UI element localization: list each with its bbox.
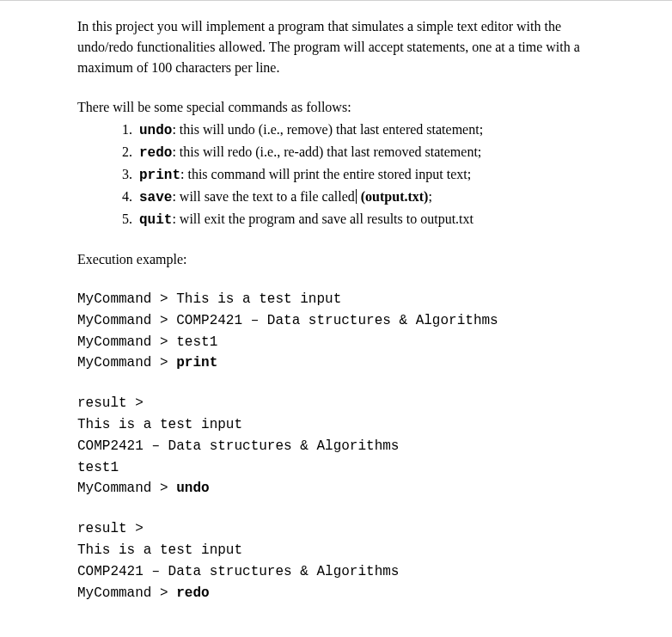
- execution-header: Execution example:: [77, 249, 655, 270]
- result-prompt: result >: [77, 521, 144, 536]
- commands-intro: There will be some special commands as f…: [77, 97, 655, 118]
- exec-prompt: MyCommand >: [77, 334, 176, 350]
- command-item-quit: quit: will exit the program and save all…: [136, 209, 655, 230]
- command-desc: : this will undo (i.e., remove) that las…: [172, 122, 483, 137]
- exec-line: This is a test input: [176, 291, 341, 307]
- result-line: COMP2421 – Data structures & Algorithms: [77, 438, 399, 454]
- command-desc: : will exit the program and save all res…: [172, 211, 473, 226]
- command-item-undo: undo: this will undo (i.e., remove) that…: [136, 119, 655, 141]
- exec-command: undo: [176, 481, 209, 496]
- command-desc: : this will redo (i.e., re-add) that las…: [172, 144, 481, 159]
- command-name: quit: [139, 212, 172, 228]
- exec-command: print: [176, 355, 217, 371]
- command-name: save: [139, 190, 172, 205]
- exec-line: test1: [176, 334, 217, 350]
- result-line: This is a test input: [77, 542, 242, 558]
- exec-block-1: MyCommand > This is a test input MyComma…: [77, 289, 655, 374]
- command-item-save: save: will save the text to a file calle…: [136, 187, 655, 208]
- commands-list: undo: this will undo (i.e., remove) that…: [77, 119, 655, 230]
- command-name: redo: [139, 145, 172, 161]
- intro-paragraph: In this project you will implement a pro…: [77, 16, 602, 78]
- command-name: undo: [139, 123, 172, 138]
- result-line: This is a test input: [77, 417, 242, 432]
- command-filename: (output.txt): [357, 189, 429, 204]
- command-desc-post: ;: [428, 189, 431, 204]
- result-line: COMP2421 – Data structures & Algorithms: [77, 564, 399, 579]
- exec-prompt: MyCommand >: [77, 313, 176, 328]
- result-prompt: result >: [77, 395, 144, 411]
- exec-command: redo: [176, 585, 209, 601]
- command-item-print: print: this command will print the entir…: [136, 164, 655, 186]
- exec-prompt: MyCommand >: [77, 355, 176, 371]
- command-desc: : this command will print the entire sto…: [180, 167, 471, 181]
- exec-prompt: MyCommand >: [77, 585, 176, 601]
- exec-prompt: MyCommand >: [77, 481, 176, 496]
- result-line: test1: [77, 460, 119, 475]
- command-desc-pre: : will save the text to a file called: [172, 189, 354, 204]
- exec-prompt: MyCommand >: [77, 291, 176, 307]
- command-item-redo: redo: this will redo (i.e., re-add) that…: [136, 142, 655, 163]
- exec-block-2: result > This is a test input COMP2421 –…: [77, 393, 655, 499]
- document-body: In this project you will implement a pro…: [0, 1, 672, 637]
- exec-line: COMP2421 – Data structures & Algorithms: [176, 313, 498, 328]
- command-name: print: [139, 168, 180, 183]
- exec-block-3: result > This is a test input COMP2421 –…: [77, 518, 655, 603]
